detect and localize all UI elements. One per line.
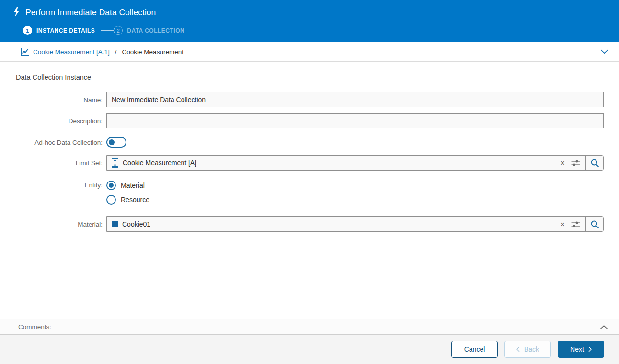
comments-label: Comments: (18, 323, 51, 330)
step-instance-details[interactable]: 1 INSTANCE DETAILS (23, 26, 95, 35)
wizard-header: Perform Immediate Data Collection 1 INST… (0, 0, 619, 42)
form: Name: Description: Ad-hoc Data Collectio… (0, 92, 619, 232)
wizard-footer: Cancel Back Next (0, 335, 619, 364)
limit-set-label: Limit Set: (0, 159, 103, 167)
description-label: Description: (0, 117, 103, 125)
back-button[interactable]: Back (504, 341, 551, 358)
material-picker: Cookie01 × (106, 216, 604, 232)
breadcrumb-parent-link[interactable]: Cookie Measurement [A.1] (33, 48, 110, 56)
radio-unselected-icon[interactable] (106, 195, 116, 205)
description-row: Description: (0, 113, 619, 128)
breadcrumb: Cookie Measurement [A.1] / Cookie Measur… (0, 42, 619, 62)
adhoc-toggle[interactable] (106, 137, 126, 148)
chevron-left-icon (516, 346, 520, 352)
material-label: Material: (0, 221, 103, 228)
step-label: DATA COLLECTION (127, 27, 184, 34)
cancel-button[interactable]: Cancel (451, 341, 498, 358)
chevron-down-icon[interactable] (600, 49, 608, 54)
wizard-stepper: 1 INSTANCE DETAILS 2 DATA COLLECTION (23, 26, 619, 35)
step-label: INSTANCE DETAILS (36, 27, 95, 34)
name-label: Name: (0, 96, 103, 103)
name-input[interactable] (106, 92, 604, 107)
comments-bar[interactable]: Comments: (0, 319, 619, 335)
breadcrumb-current: Cookie Measurement (122, 48, 183, 56)
limit-set-icon (112, 158, 118, 168)
material-row: Material: Cookie01 × (0, 216, 619, 232)
step-data-collection[interactable]: 2 DATA COLLECTION (114, 26, 184, 35)
filter-sliders-icon[interactable] (569, 159, 585, 167)
limit-set-value[interactable]: Cookie Measurement [A] (123, 159, 556, 167)
cancel-button-label: Cancel (464, 345, 485, 353)
entity-row: Entity: Material Resource (0, 181, 619, 205)
lightning-icon (13, 7, 20, 19)
page-title: Perform Immediate Data Collection (25, 8, 156, 18)
step-connector (101, 30, 114, 31)
line-chart-icon (20, 47, 29, 57)
radio-label: Resource (121, 196, 149, 204)
description-input[interactable] (106, 113, 604, 128)
breadcrumb-separator: / (115, 48, 117, 56)
material-icon (112, 221, 118, 228)
form-panel: Data Collection Instance Name: Descripti… (0, 62, 619, 319)
back-button-label: Back (524, 345, 539, 353)
clear-icon[interactable]: × (556, 159, 569, 167)
chevron-right-icon (588, 346, 592, 352)
adhoc-label: Ad-hoc Data Collection: (0, 139, 103, 146)
next-button[interactable]: Next (558, 341, 604, 358)
entity-option-resource[interactable]: Resource (106, 195, 149, 205)
step-number: 2 (114, 26, 123, 35)
radio-selected-icon[interactable] (106, 181, 116, 190)
radio-label: Material (121, 182, 145, 189)
step-number: 1 (23, 26, 32, 35)
chevron-up-icon[interactable] (600, 325, 608, 330)
limit-set-picker: Cookie Measurement [A] × (106, 155, 604, 171)
search-icon[interactable] (585, 217, 603, 231)
entity-option-material[interactable]: Material (106, 181, 149, 190)
limit-set-row: Limit Set: Cookie Measurement [A] × (0, 155, 619, 171)
filter-sliders-icon[interactable] (569, 221, 585, 228)
search-icon[interactable] (585, 156, 603, 170)
entity-label: Entity: (0, 181, 103, 190)
name-row: Name: (0, 92, 619, 107)
section-title: Data Collection Instance (0, 62, 619, 81)
next-button-label: Next (570, 345, 584, 353)
clear-icon[interactable]: × (556, 220, 569, 228)
adhoc-row: Ad-hoc Data Collection: (0, 137, 619, 148)
material-value[interactable]: Cookie01 (122, 220, 556, 228)
toggle-knob (109, 139, 115, 145)
title-row: Perform Immediate Data Collection (0, 0, 619, 19)
